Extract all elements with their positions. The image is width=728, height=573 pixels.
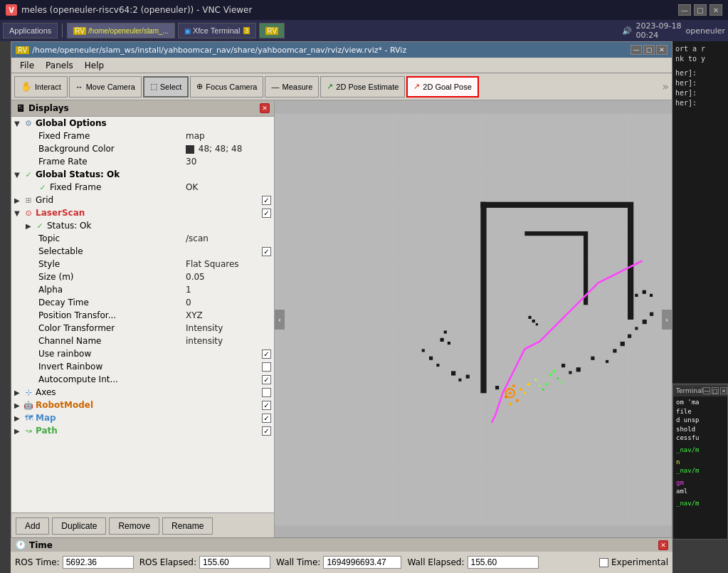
duplicate-button[interactable]: Duplicate bbox=[52, 517, 106, 535]
remove-button[interactable]: Remove bbox=[109, 517, 159, 535]
terminal2-close[interactable]: ✕ bbox=[720, 387, 727, 394]
global-status-fixed-frame-item[interactable]: ✓ Fixed Frame OK bbox=[11, 181, 274, 194]
svg-point-29 bbox=[516, 399, 519, 402]
laser-pos-transformer-item[interactable]: Position Transfor... XYZ bbox=[11, 309, 274, 322]
robot-model-checkbox[interactable] bbox=[262, 401, 271, 410]
laser-use-rainbow-checkbox[interactable] bbox=[262, 349, 271, 359]
wall-time-input[interactable] bbox=[323, 556, 401, 569]
menu-help[interactable]: Help bbox=[79, 59, 110, 72]
laser-use-rainbow-label: Use rainbow bbox=[37, 349, 262, 359]
laser-decay-value: 0 bbox=[186, 298, 271, 307]
laser-autocompute-checkbox[interactable] bbox=[262, 375, 271, 384]
laser-channel-item[interactable]: Channel Name intensity bbox=[11, 335, 274, 347]
frame-rate-item[interactable]: Frame Rate 30 bbox=[11, 155, 274, 168]
taskbar-applications[interactable]: Applications bbox=[3, 23, 58, 38]
focus-camera-button[interactable]: ⊕ Focus Camera bbox=[190, 76, 263, 98]
goal-pose-button[interactable]: ↗ 2D Goal Pose bbox=[406, 76, 478, 98]
svg-rect-16 bbox=[606, 360, 608, 363]
interact-button[interactable]: ✋ Interact bbox=[14, 76, 68, 98]
laser-alpha-item[interactable]: Alpha 1 bbox=[11, 283, 274, 296]
pose-estimate-button[interactable]: ↗ 2D Pose Estimate bbox=[320, 76, 405, 98]
laser-scan-checkbox[interactable] bbox=[262, 209, 271, 218]
add-button[interactable]: Add bbox=[16, 517, 49, 535]
grid-arrow: ▶ bbox=[14, 196, 23, 204]
taskbar-applications-label: Applications bbox=[9, 26, 51, 35]
measure-button[interactable]: ― Measure bbox=[265, 76, 319, 98]
taskbar-audio-icon[interactable]: 🔊 bbox=[622, 26, 632, 36]
laser-use-rainbow-item[interactable]: Use rainbow bbox=[11, 347, 274, 360]
cursor-icon: ⬚ bbox=[150, 82, 157, 91]
3d-viewport[interactable]: ‹ › bbox=[275, 100, 672, 539]
svg-rect-10 bbox=[495, 386, 499, 389]
viewport-arrow-left[interactable]: ‹ bbox=[275, 310, 285, 330]
svg-rect-23 bbox=[422, 349, 425, 352]
laser-autocompute-item[interactable]: Autocompute Int... bbox=[11, 373, 274, 386]
rviz-icon: RV bbox=[16, 46, 29, 54]
viewport-arrow-right[interactable]: › bbox=[662, 310, 672, 330]
rename-button[interactable]: Rename bbox=[162, 517, 213, 535]
laser-topic-label: Topic bbox=[37, 233, 186, 243]
experimental-checkbox[interactable] bbox=[599, 558, 608, 567]
taskbar-xfce-label: Xfce Terminal bbox=[193, 26, 240, 35]
window-app-icon: V bbox=[6, 4, 17, 16]
laser-style-item[interactable]: Style Flat Squares bbox=[11, 258, 274, 270]
laser-selectable-item[interactable]: Selectable bbox=[11, 245, 274, 258]
terminal-line-5: her]: bbox=[675, 88, 725, 98]
rviz-maximize[interactable]: □ bbox=[643, 45, 655, 55]
close-button[interactable]: ✕ bbox=[709, 4, 722, 16]
background-color-swatch bbox=[186, 145, 194, 154]
terminal2-maximize[interactable]: □ bbox=[712, 387, 719, 394]
svg-rect-41 bbox=[536, 323, 538, 325]
map-checkbox[interactable] bbox=[262, 414, 271, 423]
global-options-icon: ⚙ bbox=[23, 119, 34, 128]
wall-elapsed-input[interactable] bbox=[468, 556, 539, 569]
map-item[interactable]: ▶ 🗺 Map bbox=[11, 411, 274, 424]
taskbar-xfce[interactable]: ▣ Xfce Terminal 3 bbox=[178, 23, 256, 38]
laser-invert-rainbow-checkbox[interactable] bbox=[262, 362, 271, 372]
laser-invert-rainbow-item[interactable]: Invert Rainbow bbox=[11, 360, 274, 373]
svg-rect-3 bbox=[628, 202, 633, 320]
taskbar-rv2[interactable]: RV bbox=[259, 23, 285, 38]
laser-size-item[interactable]: Size (m) 0.05 bbox=[11, 270, 274, 283]
path-item[interactable]: ▶ ↝ Path bbox=[11, 424, 274, 437]
background-color-item[interactable]: Background Color 48; 48; 48 bbox=[11, 142, 274, 155]
move-camera-button[interactable]: ↔ Move Camera bbox=[69, 76, 142, 98]
fixed-frame-item[interactable]: Fixed Frame map bbox=[11, 130, 274, 142]
robot-model-item[interactable]: ▶ 🤖 RobotModel bbox=[11, 399, 274, 411]
grid-checkbox[interactable] bbox=[262, 196, 271, 205]
ros-time-input[interactable] bbox=[63, 556, 134, 569]
path-checkbox[interactable] bbox=[262, 426, 271, 436]
t2-line-1: om 'ma bbox=[676, 398, 724, 407]
toolbar-more-icon[interactable]: » bbox=[662, 80, 669, 93]
rviz-minimize[interactable]: — bbox=[631, 45, 642, 55]
ros-elapsed-input[interactable] bbox=[199, 556, 270, 569]
laser-decay-item[interactable]: Decay Time 0 bbox=[11, 296, 274, 309]
axes-checkbox[interactable] bbox=[262, 388, 271, 397]
laser-autocompute-label: Autocompute Int... bbox=[37, 374, 262, 384]
laser-scan-status-item[interactable]: ▶ ✓ Status: Ok bbox=[11, 219, 274, 232]
svg-point-33 bbox=[556, 377, 559, 379]
grid-item[interactable]: ▶ ⊞ Grid bbox=[11, 194, 274, 206]
menu-file[interactable]: File bbox=[14, 59, 40, 72]
time-bar: 🕐 Time ✕ ROS Time: ROS Elapsed: Wall Tim… bbox=[11, 537, 672, 573]
select-button[interactable]: ⬚ Select bbox=[143, 76, 189, 98]
taskbar-rv1[interactable]: RV /home/openeuler/slam_... bbox=[67, 23, 175, 38]
laser-topic-item[interactable]: Topic /scan bbox=[11, 232, 274, 245]
terminal2-minimize[interactable]: — bbox=[703, 387, 710, 394]
displays-panel-close[interactable]: ✕ bbox=[260, 103, 270, 113]
laser-scan-item[interactable]: ▼ ⊙ LaserScan bbox=[11, 206, 274, 219]
axes-item[interactable]: ▶ ⊹ Axes bbox=[11, 386, 274, 399]
ros-elapsed-field: ROS Elapsed: bbox=[139, 556, 270, 569]
experimental-check[interactable]: Experimental bbox=[599, 557, 668, 567]
minimize-button[interactable]: — bbox=[678, 4, 691, 16]
background-color-label: Background Color bbox=[37, 144, 186, 154]
rviz-close[interactable]: ✕ bbox=[656, 45, 668, 55]
svg-rect-48 bbox=[448, 342, 450, 345]
laser-color-transformer-item[interactable]: Color Transformer Intensity bbox=[11, 322, 274, 335]
global-options-item[interactable]: ▼ ⚙ Global Options bbox=[11, 117, 274, 130]
maximize-button[interactable]: □ bbox=[694, 4, 707, 16]
menu-panels[interactable]: Panels bbox=[40, 59, 79, 72]
laser-selectable-checkbox[interactable] bbox=[262, 247, 271, 256]
time-bar-close[interactable]: ✕ bbox=[658, 540, 668, 550]
global-status-item[interactable]: ▼ ✓ Global Status: Ok bbox=[11, 168, 274, 181]
